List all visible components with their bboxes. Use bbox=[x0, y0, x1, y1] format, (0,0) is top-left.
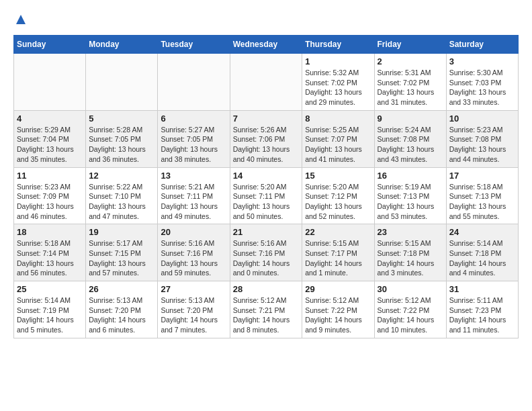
day-number: 10 bbox=[449, 113, 515, 124]
calendar-cell: 15Sunrise: 5:20 AM Sunset: 7:12 PM Dayli… bbox=[302, 167, 374, 224]
day-number: 4 bbox=[17, 113, 83, 124]
day-number: 1 bbox=[305, 56, 371, 66]
day-number: 13 bbox=[161, 171, 226, 181]
day-info: Sunrise: 5:32 AM Sunset: 7:02 PM Dayligh… bbox=[305, 68, 371, 107]
day-info: Sunrise: 5:12 AM Sunset: 7:21 PM Dayligh… bbox=[233, 295, 300, 335]
day-info: Sunrise: 5:19 AM Sunset: 7:13 PM Dayligh… bbox=[378, 182, 443, 222]
calendar-cell bbox=[158, 54, 230, 111]
day-number: 14 bbox=[233, 171, 300, 181]
calendar-cell: 19Sunrise: 5:17 AM Sunset: 7:15 PM Dayli… bbox=[86, 224, 158, 281]
day-info: Sunrise: 5:30 AM Sunset: 7:03 PM Dayligh… bbox=[449, 68, 515, 107]
calendar-cell: 3Sunrise: 5:30 AM Sunset: 7:03 PM Daylig… bbox=[446, 54, 518, 111]
day-info: Sunrise: 5:12 AM Sunset: 7:22 PM Dayligh… bbox=[378, 295, 443, 335]
day-number: 21 bbox=[233, 227, 300, 237]
calendar-cell: 25Sunrise: 5:14 AM Sunset: 7:19 PM Dayli… bbox=[14, 281, 86, 338]
calendar-cell: 26Sunrise: 5:13 AM Sunset: 7:20 PM Dayli… bbox=[86, 281, 158, 338]
day-number: 15 bbox=[305, 171, 371, 181]
day-info: Sunrise: 5:26 AM Sunset: 7:06 PM Dayligh… bbox=[233, 125, 300, 165]
calendar-cell: 20Sunrise: 5:16 AM Sunset: 7:16 PM Dayli… bbox=[158, 224, 230, 281]
day-number: 19 bbox=[89, 227, 154, 237]
day-info: Sunrise: 5:21 AM Sunset: 7:11 PM Dayligh… bbox=[161, 182, 226, 222]
header bbox=[13, 13, 519, 28]
calendar-cell: 29Sunrise: 5:12 AM Sunset: 7:22 PM Dayli… bbox=[302, 281, 374, 338]
calendar-cell: 4Sunrise: 5:29 AM Sunset: 7:04 PM Daylig… bbox=[14, 110, 86, 167]
day-info: Sunrise: 5:20 AM Sunset: 7:12 PM Dayligh… bbox=[305, 182, 371, 222]
day-info: Sunrise: 5:16 AM Sunset: 7:16 PM Dayligh… bbox=[233, 238, 300, 278]
day-number: 28 bbox=[233, 284, 300, 294]
day-info: Sunrise: 5:27 AM Sunset: 7:05 PM Dayligh… bbox=[161, 125, 226, 165]
day-info: Sunrise: 5:23 AM Sunset: 7:09 PM Dayligh… bbox=[17, 182, 83, 222]
day-number: 2 bbox=[378, 56, 443, 66]
day-number: 9 bbox=[378, 113, 443, 124]
calendar-cell bbox=[86, 54, 158, 111]
calendar-cell: 22Sunrise: 5:15 AM Sunset: 7:17 PM Dayli… bbox=[302, 224, 374, 281]
day-number: 12 bbox=[89, 171, 154, 181]
calendar-cell: 31Sunrise: 5:11 AM Sunset: 7:23 PM Dayli… bbox=[446, 281, 518, 338]
day-info: Sunrise: 5:18 AM Sunset: 7:13 PM Dayligh… bbox=[449, 182, 515, 222]
calendar-header-thursday: Thursday bbox=[302, 36, 374, 54]
calendar-cell: 6Sunrise: 5:27 AM Sunset: 7:05 PM Daylig… bbox=[158, 110, 230, 167]
calendar-cell: 1Sunrise: 5:32 AM Sunset: 7:02 PM Daylig… bbox=[302, 54, 374, 111]
day-number: 3 bbox=[449, 56, 515, 66]
day-number: 26 bbox=[89, 284, 154, 294]
calendar-cell: 5Sunrise: 5:28 AM Sunset: 7:05 PM Daylig… bbox=[86, 110, 158, 167]
calendar-cell bbox=[14, 54, 86, 111]
day-number: 27 bbox=[161, 284, 226, 294]
day-number: 30 bbox=[378, 284, 443, 294]
calendar-cell: 9Sunrise: 5:24 AM Sunset: 7:08 PM Daylig… bbox=[374, 110, 446, 167]
day-number: 11 bbox=[17, 171, 83, 181]
svg-marker-0 bbox=[16, 15, 26, 24]
calendar-cell: 10Sunrise: 5:23 AM Sunset: 7:08 PM Dayli… bbox=[446, 110, 518, 167]
calendar-header-friday: Friday bbox=[374, 36, 446, 54]
day-number: 29 bbox=[305, 284, 371, 294]
calendar-cell: 11Sunrise: 5:23 AM Sunset: 7:09 PM Dayli… bbox=[14, 167, 86, 224]
day-number: 31 bbox=[449, 284, 515, 294]
calendar-cell: 23Sunrise: 5:15 AM Sunset: 7:18 PM Dayli… bbox=[374, 224, 446, 281]
calendar-week-2: 4Sunrise: 5:29 AM Sunset: 7:04 PM Daylig… bbox=[14, 110, 519, 167]
day-info: Sunrise: 5:18 AM Sunset: 7:14 PM Dayligh… bbox=[17, 238, 83, 278]
day-number: 17 bbox=[449, 171, 515, 181]
calendar-cell: 21Sunrise: 5:16 AM Sunset: 7:16 PM Dayli… bbox=[230, 224, 302, 281]
calendar-cell: 13Sunrise: 5:21 AM Sunset: 7:11 PM Dayli… bbox=[158, 167, 230, 224]
day-number: 20 bbox=[161, 227, 226, 237]
calendar-cell: 17Sunrise: 5:18 AM Sunset: 7:13 PM Dayli… bbox=[446, 167, 518, 224]
calendar-cell: 14Sunrise: 5:20 AM Sunset: 7:11 PM Dayli… bbox=[230, 167, 302, 224]
day-info: Sunrise: 5:24 AM Sunset: 7:08 PM Dayligh… bbox=[378, 125, 443, 165]
calendar-cell: 18Sunrise: 5:18 AM Sunset: 7:14 PM Dayli… bbox=[14, 224, 86, 281]
calendar-cell: 28Sunrise: 5:12 AM Sunset: 7:21 PM Dayli… bbox=[230, 281, 302, 338]
calendar-week-1: 1Sunrise: 5:32 AM Sunset: 7:02 PM Daylig… bbox=[14, 54, 519, 111]
calendar-header-sunday: Sunday bbox=[14, 36, 86, 54]
calendar-cell: 7Sunrise: 5:26 AM Sunset: 7:06 PM Daylig… bbox=[230, 110, 302, 167]
calendar-header-wednesday: Wednesday bbox=[230, 36, 302, 54]
calendar-cell bbox=[230, 54, 302, 111]
calendar-week-5: 25Sunrise: 5:14 AM Sunset: 7:19 PM Dayli… bbox=[14, 281, 519, 338]
day-info: Sunrise: 5:29 AM Sunset: 7:04 PM Dayligh… bbox=[17, 125, 83, 165]
calendar-cell: 27Sunrise: 5:13 AM Sunset: 7:20 PM Dayli… bbox=[158, 281, 230, 338]
day-info: Sunrise: 5:12 AM Sunset: 7:22 PM Dayligh… bbox=[305, 295, 371, 335]
day-number: 23 bbox=[378, 227, 443, 237]
day-info: Sunrise: 5:17 AM Sunset: 7:15 PM Dayligh… bbox=[89, 238, 154, 278]
day-number: 7 bbox=[233, 113, 300, 124]
day-info: Sunrise: 5:15 AM Sunset: 7:17 PM Dayligh… bbox=[305, 238, 371, 278]
day-number: 22 bbox=[305, 227, 371, 237]
day-number: 5 bbox=[89, 113, 154, 124]
calendar-cell: 24Sunrise: 5:14 AM Sunset: 7:18 PM Dayli… bbox=[446, 224, 518, 281]
day-info: Sunrise: 5:15 AM Sunset: 7:18 PM Dayligh… bbox=[378, 238, 443, 278]
day-info: Sunrise: 5:14 AM Sunset: 7:19 PM Dayligh… bbox=[17, 295, 83, 335]
day-number: 6 bbox=[161, 113, 226, 124]
calendar-week-4: 18Sunrise: 5:18 AM Sunset: 7:14 PM Dayli… bbox=[14, 224, 519, 281]
day-info: Sunrise: 5:28 AM Sunset: 7:05 PM Dayligh… bbox=[89, 125, 154, 165]
day-info: Sunrise: 5:31 AM Sunset: 7:02 PM Dayligh… bbox=[378, 68, 443, 107]
day-number: 24 bbox=[449, 227, 515, 237]
calendar-week-3: 11Sunrise: 5:23 AM Sunset: 7:09 PM Dayli… bbox=[14, 167, 519, 224]
calendar-cell: 2Sunrise: 5:31 AM Sunset: 7:02 PM Daylig… bbox=[374, 54, 446, 111]
day-number: 8 bbox=[305, 113, 371, 124]
day-info: Sunrise: 5:13 AM Sunset: 7:20 PM Dayligh… bbox=[161, 295, 226, 335]
calendar-cell: 8Sunrise: 5:25 AM Sunset: 7:07 PM Daylig… bbox=[302, 110, 374, 167]
calendar-table: SundayMondayTuesdayWednesdayThursdayFrid… bbox=[13, 35, 519, 338]
calendar-header-monday: Monday bbox=[86, 36, 158, 54]
calendar-header-row: SundayMondayTuesdayWednesdayThursdayFrid… bbox=[14, 36, 519, 54]
day-info: Sunrise: 5:20 AM Sunset: 7:11 PM Dayligh… bbox=[233, 182, 300, 222]
calendar-header-tuesday: Tuesday bbox=[158, 36, 230, 54]
calendar-cell: 16Sunrise: 5:19 AM Sunset: 7:13 PM Dayli… bbox=[374, 167, 446, 224]
